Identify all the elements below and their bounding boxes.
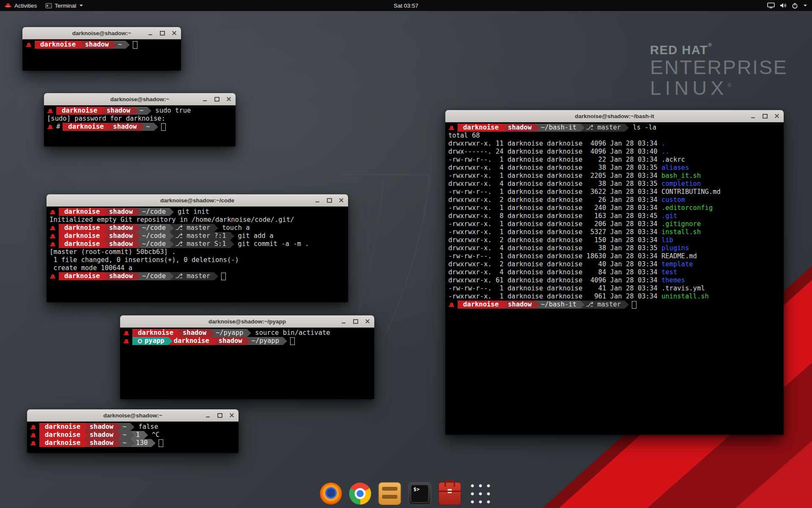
output-line: Initialized empty Git repository in /hom…: [49, 216, 345, 224]
prompt-segment-path: ~/pyapp: [246, 337, 283, 345]
maximize-button[interactable]: [326, 197, 332, 204]
filename: .travis.yml: [661, 284, 705, 292]
terminal-cursor: [133, 41, 137, 49]
prompt-line: darknoiseshadow~/code⎇ master: [49, 272, 345, 280]
minimize-button[interactable]: [314, 197, 321, 204]
output-line: total 68: [448, 132, 781, 140]
prompt-line: darknoiseshadow~/code⎇ master ?:1git add…: [49, 232, 345, 240]
titlebar[interactable]: darknoise@shadow:~: [22, 27, 181, 39]
prompt-line: darknoiseshadow~1^C: [30, 431, 236, 439]
redhat-prompt-icon: [123, 339, 129, 343]
filename: completion: [661, 180, 701, 188]
terminal-window: darknoise@shadow:~/code darknoiseshadow~…: [47, 194, 348, 302]
minimize-button[interactable]: [750, 113, 756, 119]
ls-prefix: drwxrwxr-x. 4 darknoise darknoise 84 Jan…: [448, 268, 661, 276]
prompt-segment-user: darknoise: [63, 123, 107, 131]
window-title: darknoise@shadow:~: [110, 96, 170, 102]
prompt-segment-user: darknoise: [59, 272, 104, 280]
prompt-segment-path: ~/bash-it: [535, 301, 580, 309]
window-controls: [750, 110, 780, 122]
minimize-button[interactable]: [147, 30, 154, 36]
ls-prefix: drwxrwxr-x. 11 darknoise darknoise 4096 …: [448, 140, 661, 147]
app-menu-terminal[interactable]: Terminal: [41, 0, 87, 11]
app-grid-icon[interactable]: [469, 482, 492, 505]
prompt-segment-host: shadow: [104, 272, 137, 280]
titlebar[interactable]: darknoise@shadow:~: [27, 409, 239, 422]
file-manager-icon[interactable]: [379, 482, 401, 505]
ls-prefix: drwxrwxr-x. 2 darknoise darknoise 26 Jan…: [448, 196, 661, 204]
filename: ..: [661, 148, 669, 155]
ls-prefix: -rwxrwxr-x. 1 darknoise darknoise 5327 J…: [448, 228, 661, 236]
prompt-line: darknoiseshadow~/codegit init: [49, 208, 345, 216]
command-text: touch a: [214, 224, 250, 232]
ls-prefix: drwxrwxr-x. 2 darknoise darknoise 40 Jan…: [448, 260, 661, 268]
chrome-icon[interactable]: [349, 483, 371, 505]
close-button[interactable]: [171, 30, 177, 36]
redhat-prompt-icon: [50, 210, 55, 214]
terminal-content[interactable]: darknoiseshadow~sudo true[sudo] password…: [44, 105, 236, 146]
brand-linux: LINUX®: [650, 78, 787, 99]
filename: .gitignore: [661, 220, 701, 228]
maximize-button[interactable]: [217, 412, 223, 419]
close-button[interactable]: [338, 197, 344, 204]
prompt-line: darknoiseshadow~/code⎇ master S:1git com…: [49, 240, 345, 248]
filename: .git: [661, 212, 677, 220]
terminal-content[interactable]: darknoiseshadow~/pyappsource bin/activat…: [120, 328, 374, 399]
maximize-button[interactable]: [352, 318, 359, 325]
ls-output-line: drwxrwxr-x. 11 darknoise darknoise 4096 …: [448, 140, 781, 148]
redhat-prompt-icon: [50, 226, 55, 230]
ls-output-line: -rw-rw-r--. 1 darknoise darknoise 3622 J…: [448, 188, 781, 196]
display-icon: [767, 3, 775, 8]
ls-prefix: drwxrwxr-x. 4 darknoise darknoise 38 Jan…: [448, 244, 661, 252]
activities-button[interactable]: Activities: [0, 0, 41, 11]
ls-output-line: -rw-rw-r--. 1 darknoise darknoise 22 Jan…: [448, 156, 781, 164]
titlebar[interactable]: darknoise@shadow:~/pyapp: [120, 315, 374, 328]
firefox-icon[interactable]: [320, 483, 342, 505]
close-button[interactable]: [364, 318, 370, 325]
prompt-line: darknoiseshadow~/bash-it⎇ masterls -la: [448, 124, 781, 132]
minimize-button[interactable]: [340, 318, 347, 325]
ls-prefix: -rwxrwxr-x. 1 darknoise darknoise 206 Ja…: [448, 220, 661, 228]
ls-output-line: drwxrwxr-x. 4 darknoise darknoise 84 Jan…: [448, 268, 781, 276]
window-controls: [147, 27, 177, 39]
ls-output-line: drwxrwxr-x. 2 darknoise darknoise 40 Jan…: [448, 260, 781, 268]
prompt-segment-path: ~/code: [137, 240, 170, 248]
maximize-button[interactable]: [762, 113, 768, 119]
prompt-segment-user: darknoise: [39, 431, 84, 439]
registered-mark: ®: [708, 42, 712, 48]
maximize-button[interactable]: [214, 96, 220, 102]
toolbox-icon[interactable]: [439, 482, 461, 505]
filename: .editorconfig: [661, 204, 713, 212]
clock[interactable]: Sat 03:57: [394, 0, 418, 11]
close-button[interactable]: [774, 113, 780, 119]
ls-prefix: drwxrwxr-x. 2 darknoise darknoise 150 Ja…: [448, 236, 661, 244]
app-menu-label: Terminal: [55, 3, 76, 9]
terminal-cursor: [161, 123, 166, 131]
terminal-content[interactable]: darknoiseshadow~: [22, 39, 181, 71]
minimize-button[interactable]: [205, 412, 211, 419]
terminal-content[interactable]: darknoiseshadow~/codegit initInitialized…: [47, 207, 348, 302]
titlebar[interactable]: darknoise@shadow:~/bash-it: [445, 110, 784, 122]
ls-output-line: -rwxrwxr-x. 1 darknoise darknoise 961 Ja…: [448, 293, 781, 301]
prompt-segment-git: ⎇ master: [170, 272, 214, 280]
titlebar[interactable]: darknoise@shadow:~: [44, 93, 236, 105]
command-text: source bin/activate: [247, 329, 330, 337]
terminal-icon[interactable]: [409, 482, 431, 505]
minimize-button[interactable]: [202, 96, 208, 102]
terminal-content[interactable]: darknoiseshadow~/bash-it⎇ masterls -lato…: [445, 122, 784, 435]
close-button[interactable]: [228, 412, 235, 419]
output-line: [sudo] password for darknoise:: [47, 115, 233, 123]
close-button[interactable]: [225, 96, 232, 102]
prompt-segment-host: shadow: [84, 439, 117, 447]
maximize-button[interactable]: [159, 30, 165, 36]
window-title: darknoise@shadow:~/bash-it: [575, 113, 654, 119]
filename: template: [661, 260, 693, 268]
terminal-cursor: [632, 301, 636, 309]
terminal-content[interactable]: darknoiseshadow~falsedarknoiseshadow~1^C…: [27, 422, 239, 453]
system-status-area[interactable]: [764, 0, 810, 11]
redhat-prompt-icon: [50, 242, 55, 246]
ls-output-line: drwxrwxr-x. 8 darknoise darknoise 163 Ja…: [448, 212, 781, 220]
root-hash: #: [56, 123, 60, 131]
prompt-segment-git: ⎇ master: [170, 224, 214, 232]
titlebar[interactable]: darknoise@shadow:~/code: [47, 194, 348, 207]
